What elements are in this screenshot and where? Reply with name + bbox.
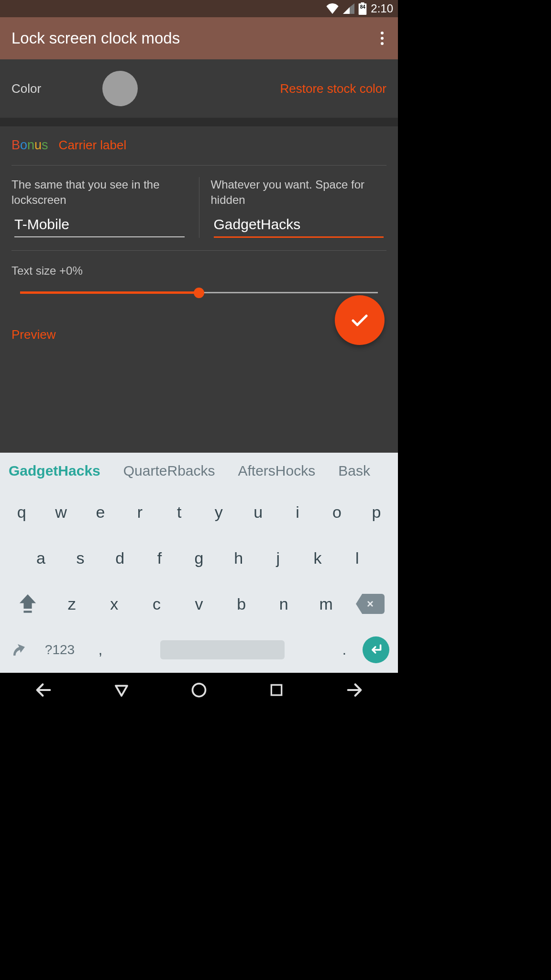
key-symbols[interactable]: ?123 (33, 642, 86, 657)
color-swatch[interactable] (102, 71, 138, 106)
key-space[interactable] (115, 640, 330, 659)
key-backspace[interactable]: × (347, 594, 393, 614)
app-bar: Lock screen clock mods (0, 17, 398, 59)
key-e[interactable]: e (81, 503, 120, 522)
key-m[interactable]: m (305, 595, 347, 613)
key-shift[interactable] (5, 594, 51, 613)
key-u[interactable]: u (238, 503, 277, 522)
battery-icon: 84 (358, 2, 367, 15)
key-g[interactable]: g (179, 549, 219, 568)
nav-back-button[interactable] (107, 676, 136, 704)
key-z[interactable]: z (51, 595, 93, 613)
text-size-label: Text size +0% (11, 264, 386, 278)
suggestion-item[interactable]: Bask (338, 463, 370, 479)
key-i[interactable]: i (278, 503, 317, 522)
svg-rect-1 (23, 611, 32, 612)
carrier-current-description: The same that you see in the lockscreen (11, 177, 187, 211)
key-a[interactable]: a (21, 549, 61, 568)
key-f[interactable]: f (140, 549, 179, 568)
preview-section: Preview (0, 316, 398, 453)
shift-icon (19, 594, 36, 613)
apply-fab[interactable] (335, 295, 385, 345)
nav-home-button[interactable] (185, 676, 213, 704)
color-section: Color Restore stock color (0, 59, 398, 118)
swype-icon (11, 641, 28, 658)
nav-next-button[interactable] (340, 676, 369, 704)
key-q[interactable]: q (2, 503, 41, 522)
carrier-current-input[interactable]: T-Mobile (11, 215, 187, 236)
key-y[interactable]: y (199, 503, 238, 522)
svg-rect-3 (272, 685, 282, 695)
key-o[interactable]: o (317, 503, 356, 522)
key-k[interactable]: k (298, 549, 338, 568)
arrow-left-icon (34, 680, 53, 700)
key-t[interactable]: t (160, 503, 199, 522)
key-w[interactable]: w (41, 503, 80, 522)
status-time: 2:10 (371, 2, 393, 15)
home-icon (190, 681, 208, 699)
key-period[interactable]: . (330, 642, 359, 658)
content-area: Color Restore stock color Bonus Carrier … (0, 59, 398, 453)
suggestion-item[interactable]: QuarteRbacks (123, 463, 215, 479)
text-size-slider[interactable] (20, 286, 378, 300)
soft-keyboard: GadgetHacks QuarteRbacks AftersHocks Bas… (0, 453, 398, 673)
wifi-icon (326, 3, 339, 14)
carrier-label-section: Bonus Carrier label The same that you se… (0, 126, 398, 316)
check-icon (348, 309, 371, 332)
carrier-label-title: Carrier label (59, 138, 127, 153)
key-p[interactable]: p (357, 503, 396, 522)
overflow-menu-button[interactable] (378, 29, 386, 48)
back-icon (113, 681, 130, 699)
backspace-icon: × (356, 594, 385, 614)
recent-icon (269, 682, 284, 698)
page-title: Lock screen clock mods (11, 29, 180, 47)
key-d[interactable]: d (100, 549, 140, 568)
key-swype[interactable] (5, 641, 33, 658)
enter-icon (369, 644, 383, 656)
key-b[interactable]: b (220, 595, 263, 613)
key-enter[interactable] (359, 636, 393, 663)
key-c[interactable]: c (135, 595, 178, 613)
key-n[interactable]: n (263, 595, 305, 613)
key-l[interactable]: l (337, 549, 377, 568)
svg-point-2 (192, 684, 205, 697)
suggestion-item[interactable]: GadgetHacks (9, 463, 100, 479)
key-x[interactable]: x (93, 595, 136, 613)
status-bar: 84 2:10 (0, 0, 398, 17)
carrier-custom-input[interactable]: GadgetHacks (211, 215, 387, 236)
carrier-custom-description: Whatever you want. Space for hidden (211, 177, 387, 211)
nav-prev-button[interactable] (29, 676, 58, 704)
suggestion-item[interactable]: AftersHocks (238, 463, 316, 479)
arrow-right-icon (345, 680, 364, 700)
key-r[interactable]: r (120, 503, 159, 522)
key-v[interactable]: v (178, 595, 220, 613)
key-h[interactable]: h (219, 549, 258, 568)
key-s[interactable]: s (61, 549, 100, 568)
signal-icon (343, 3, 354, 14)
preview-title: Preview (11, 327, 386, 342)
nav-recent-button[interactable] (262, 676, 291, 704)
key-j[interactable]: j (258, 549, 298, 568)
key-comma[interactable]: , (86, 642, 115, 658)
restore-stock-color-button[interactable]: Restore stock color (280, 81, 386, 96)
suggestion-bar: GadgetHacks QuarteRbacks AftersHocks Bas… (0, 453, 398, 489)
bonus-label: Bonus (11, 138, 48, 153)
color-label: Color (11, 81, 102, 96)
navigation-bar (0, 673, 398, 707)
